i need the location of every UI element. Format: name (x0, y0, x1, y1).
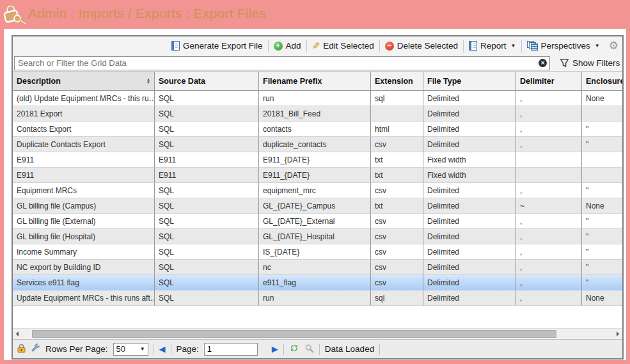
footer-separator (171, 344, 171, 355)
column-header-extension[interactable]: Extension (371, 72, 423, 90)
table-cell: E911 (13, 152, 155, 168)
table-cell: , (516, 290, 582, 306)
table-cell: GL billing file (Campus) (13, 198, 155, 214)
show-filters-label: Show Filters (572, 58, 620, 68)
table-row[interactable]: Equipment MRCsSQLequipment_mrccsvDelimit… (13, 183, 622, 198)
table-cell: None (582, 198, 622, 214)
table-cell: SQL (155, 137, 259, 152)
column-header-description[interactable]: Description▲▼ (13, 72, 155, 90)
perspectives-dropdown-button[interactable]: Perspectives ▼ (522, 41, 605, 51)
table-cell: SQL (155, 198, 259, 214)
table-row[interactable]: NC export by Building IDSQLnccsvDelimite… (13, 260, 622, 275)
footer-separator (154, 344, 154, 355)
gear-icon[interactable]: ⚙ (609, 40, 618, 51)
table-cell: csv (371, 183, 423, 198)
table-row[interactable]: (old) Update Equipment MRCs - this ru…SQ… (13, 91, 622, 106)
table-cell: SQL (155, 229, 259, 244)
table-cell: equipment_mrc (259, 183, 371, 198)
table-cell: IS_{DATE} (259, 244, 371, 260)
magnifier-icon[interactable] (304, 344, 314, 355)
generate-export-file-label: Generate Export File (183, 41, 263, 51)
delete-selected-button[interactable]: − Delete Selected (380, 41, 463, 51)
grid-body: (old) Update Equipment MRCs - this ru…SQ… (13, 91, 622, 306)
generate-export-file-button[interactable]: Generate Export File (166, 41, 268, 51)
table-cell: SQL (155, 275, 259, 290)
table-cell: Fixed width (423, 152, 516, 168)
grid-empty-space (13, 306, 622, 328)
rows-per-page-select[interactable]: 50 ▼ (113, 343, 148, 356)
table-row[interactable]: 20181 ExportSQL20181_Bill_FeedDelimited, (13, 106, 622, 122)
table-row[interactable]: E911E911E911_{DATE}txtFixed width (13, 152, 622, 168)
table-cell: Delimited (423, 106, 516, 122)
table-cell: txt (371, 198, 423, 214)
table-row[interactable]: E911E911E911_{DATE}txtFixed width (13, 168, 622, 183)
table-cell: csv (371, 244, 423, 260)
column-header-file-type[interactable]: File Type (423, 72, 516, 90)
table-cell: None (582, 91, 622, 106)
table-cell: GL_{DATE}_Campus (259, 198, 371, 214)
table-cell: 20181_Bill_Feed (259, 106, 371, 122)
scroll-left-arrow-icon[interactable] (16, 331, 19, 336)
scroll-right-arrow-icon[interactable] (617, 331, 619, 336)
column-header-delimiter[interactable]: Delimiter (516, 72, 582, 90)
column-header-filename-prefix[interactable]: Filename Prefix (259, 72, 371, 90)
report-dropdown-button[interactable]: Report ▼ (464, 41, 521, 51)
table-cell: " (582, 275, 622, 290)
edit-selected-button[interactable]: ✎ Edit Selected (307, 41, 379, 51)
table-cell: Update Equipment MRCs - this runs aft… (13, 290, 155, 306)
table-cell: Contacts Export (13, 122, 155, 137)
gold-padlock-icon[interactable] (17, 344, 26, 355)
table-cell: Delimited (423, 91, 516, 106)
table-cell: GL_{DATE}_Hospital (259, 229, 371, 244)
table-row[interactable]: Contacts ExportSQLcontactshtmlDelimited,… (13, 122, 622, 137)
chevron-down-icon: ▼ (511, 43, 516, 49)
green-refresh-icon[interactable] (289, 343, 299, 355)
prev-page-button[interactable]: ◀ (159, 344, 166, 354)
show-filters-button[interactable]: Show Filters (560, 58, 620, 68)
table-cell: nc (259, 260, 371, 275)
search-input[interactable] (14, 56, 550, 70)
table-cell: sql (371, 91, 423, 106)
horizontal-scrollbar[interactable] (13, 328, 622, 339)
table-cell: , (516, 229, 582, 244)
table-cell: txt (371, 152, 423, 168)
table-cell: SQL (155, 260, 259, 275)
table-cell: Delimited (423, 183, 516, 198)
table-cell: , (516, 106, 582, 122)
red-minus-circle-icon: − (385, 42, 394, 51)
table-cell: , (516, 183, 582, 198)
table-cell: " (582, 137, 622, 152)
table-cell: csv (371, 214, 423, 229)
footer-separator (379, 344, 380, 355)
table-cell: GL billing file (Hospital) (13, 229, 155, 244)
page-input[interactable] (204, 343, 258, 356)
table-cell (516, 152, 582, 168)
table-row[interactable]: Services e911 flagSQLe911_flagcsvDelimit… (13, 275, 622, 290)
column-header-source-data[interactable]: Source Data (155, 72, 259, 90)
edit-selected-label: Edit Selected (323, 41, 374, 51)
content-area: Generate Export File + Add ✎ Edit Select… (4, 29, 626, 360)
page-label: Page: (177, 344, 199, 354)
footer-separator (319, 344, 320, 355)
clear-search-icon[interactable]: ✕ (539, 59, 547, 67)
table-row[interactable]: Income SummarySQLIS_{DATE}csvDelimited," (13, 244, 622, 260)
table-cell: csv (371, 229, 423, 244)
next-page-button[interactable]: ▶ (272, 344, 278, 354)
table-row[interactable]: GL billing file (Campus)SQLGL_{DATE}_Cam… (13, 198, 622, 214)
table-row[interactable]: GL billing file (Hospital)SQLGL_{DATE}_H… (13, 229, 622, 244)
table-cell: SQL (155, 244, 259, 260)
table-cell: Delimited (423, 214, 516, 229)
table-row[interactable]: GL billing file (External)SQLGL_{DATE}_E… (13, 214, 622, 229)
table-row[interactable]: Update Equipment MRCs - this runs aft…SQ… (13, 290, 622, 306)
wrench-icon[interactable] (31, 344, 40, 355)
add-button[interactable]: + Add (269, 41, 306, 51)
table-cell (582, 106, 622, 122)
sort-icon[interactable]: ▲▼ (146, 78, 150, 84)
table-cell (371, 106, 423, 122)
table-cell: GL billing file (External) (13, 214, 155, 229)
scrollbar-thumb[interactable] (32, 330, 556, 338)
table-cell: html (371, 122, 423, 137)
table-cell: Delimited (423, 137, 516, 152)
column-header-enclosure[interactable]: Enclosure (582, 72, 622, 90)
table-row[interactable]: Duplicate Contacts ExportSQLduplicate_co… (13, 137, 622, 152)
